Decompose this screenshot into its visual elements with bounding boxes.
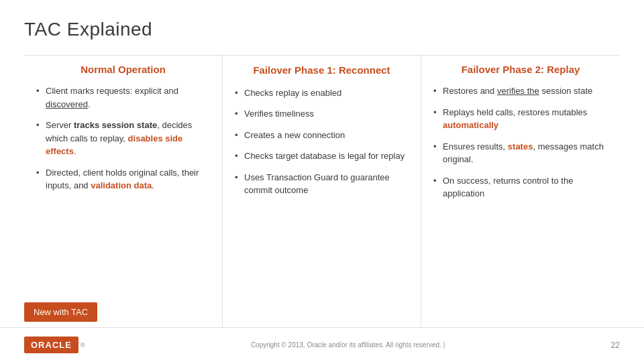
list-item: Creates a new connection [235,129,409,142]
list-item: Restores and verifies the session state [433,84,608,98]
footer-page-number: 22 [611,341,620,350]
bullet-list-phase1: Checks replay is enabled Verifies timeli… [235,86,409,197]
bullet-list-normal: Client marks requests: explicit and disc… [36,84,210,192]
list-item: Server tracks session state, decides whi… [36,119,210,158]
column-phase1: Failover Phase 1: Reconnect Checks repla… [223,56,421,349]
footer: ORACLE ® Copyright © 2013, Oracle and/or… [0,327,644,362]
list-item: Checks target database is legal for repl… [235,149,409,163]
oracle-logo-text: ORACLE [24,337,78,353]
list-item: Client marks requests: explicit and disc… [36,84,210,111]
list-item: Checks replay is enabled [235,86,409,100]
list-item: Uses Transaction Guard to guarantee comm… [235,171,409,197]
list-item: Verifies timeliness [235,107,409,121]
list-item: Ensures results, states, messages match … [433,140,608,166]
new-tac-badge: New with TAC [24,302,97,322]
footer-copyright: Copyright © 2013, Oracle and/or its affi… [85,341,611,349]
list-item: Directed, client holds original calls, t… [36,166,210,192]
list-item: Replays held calls, restores mutables au… [433,106,608,132]
oracle-logo: ORACLE ® [24,337,85,353]
column-header-normal: Normal Operation [36,56,210,84]
list-item: On success, returns control to the appli… [433,174,608,200]
page-title: TAC Explained [24,19,620,40]
column-header-phase1: Failover Phase 1: Reconnect [235,56,409,86]
bullet-list-phase2: Restores and verifies the session state … [433,84,608,200]
slide: TAC Explained Normal Operation Client ma… [0,0,644,362]
column-header-phase2: Failover Phase 2: Replay [433,56,608,84]
column-phase2: Failover Phase 2: Replay Restores and ve… [421,56,620,349]
content-grid: Normal Operation Client marks requests: … [24,55,620,349]
